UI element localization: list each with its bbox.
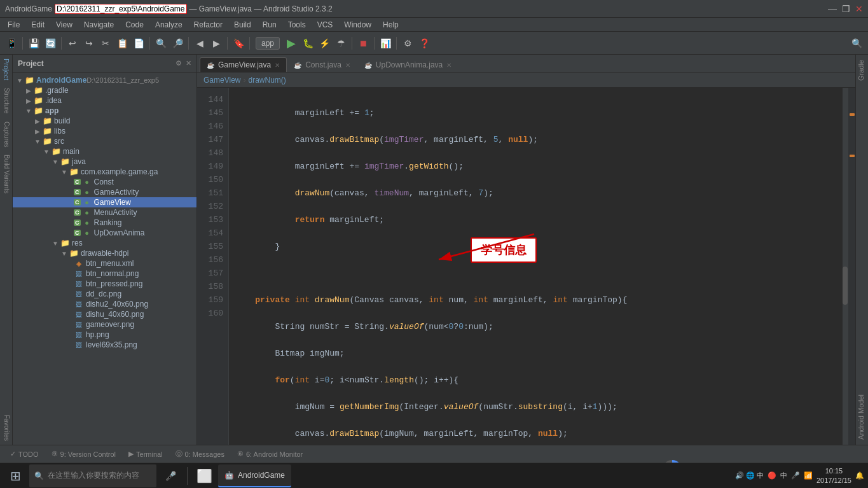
taskview-btn[interactable]: ⬜ [193,464,216,487]
tree-item-menuactivity[interactable]: C ● MenuActivity [13,207,196,218]
bottom-tab-todo[interactable]: ✓ TODO [5,449,44,459]
tree-item-const[interactable]: C ● Const [13,177,196,187]
stop-button[interactable]: ⏹ [355,36,371,51]
tb-forward[interactable]: ▶ [209,36,224,51]
tb-redo[interactable]: ↪ [81,36,97,51]
menu-item-view[interactable]: View [51,19,78,31]
left-tab-project[interactable]: Project [0,55,12,84]
menu-item-analyze[interactable]: Analyze [150,19,188,31]
breadcrumb-gameview[interactable]: GameView [203,76,240,85]
left-tab-favorites[interactable]: Favorites [0,411,12,445]
panel-settings[interactable]: ⚙ [176,59,182,67]
tb-sync[interactable]: 🔄 [43,36,58,51]
right-tab-gradle[interactable]: Gradle [856,55,868,86]
tb-replace[interactable]: 🔎 [170,36,185,51]
profile-button[interactable]: ⚡ [317,36,332,51]
tree-item-app[interactable]: ▼ 📁 app [13,106,196,116]
menu-item-vcs[interactable]: VCS [312,19,338,31]
tree-root-androidgame[interactable]: ▼ 📁 AndroidGame D:\20162311_zzr_exp5 [13,75,196,85]
menu-item-code[interactable]: Code [120,19,149,31]
tab-close-btn[interactable]: ✕ [275,62,280,69]
tab-close-btn[interactable]: ✕ [446,62,451,69]
tab-gameview[interactable]: ☕ GameView.java ✕ [200,57,287,72]
clock: 10:15 2017/12/15 [816,466,851,485]
tree-item-build[interactable]: ▶ 📁 build [13,116,196,126]
tree-item-main[interactable]: ▼ 📁 main [13,146,196,157]
tree-item-dishu2[interactable]: 🖼 dishu2_40x60.png [13,299,196,309]
scrollbar-thumb[interactable] [843,267,848,305]
tree-item-updownanima[interactable]: C ● UpDownAnima [13,228,196,238]
tree-item-package[interactable]: ▼ 📁 com.example.game.ga [13,167,196,177]
tree-item-dishu[interactable]: 🖼 dishu_40x60.png [13,309,196,319]
tree-item-btn-pressed[interactable]: 🖼 btn_pressed.png [13,279,196,289]
tb-paste[interactable]: 📄 [131,36,146,51]
bottom-tab-terminal[interactable]: ▶ Terminal [123,449,168,459]
tb-android-icon[interactable]: 📱 [4,36,19,51]
left-tab-build-variants[interactable]: Build Variants [0,151,12,197]
left-tab-structure[interactable]: Structure [0,84,12,118]
run-button[interactable]: ▶ [284,36,299,51]
tb-undo[interactable]: ↩ [65,36,80,51]
tree-item-gradle[interactable]: ▶ 📁 .gradle [13,85,196,95]
debug-button[interactable]: 🐛 [300,36,315,51]
tb-cut[interactable]: ✂ [98,36,113,51]
tab-updownanima[interactable]: ☕ UpDownAnima.java ✕ [357,57,458,72]
menu-item-refactor[interactable]: Refactor [189,19,228,31]
tb-search[interactable]: 🔍 [153,36,169,51]
code-editor[interactable]: 144 145 146 147 148 149 150 151 152 153 … [197,88,855,445]
maximize-button[interactable]: ❐ [842,4,850,14]
vcs-button[interactable]: 📊 [378,36,393,51]
tree-item-res[interactable]: ▼ 📁 res [13,238,196,248]
panel-close[interactable]: ✕ [186,59,191,67]
tree-item-dd-dc[interactable]: 🖼 dd_dc.png [13,289,196,299]
editor-scrollbar[interactable] [843,88,848,445]
tree-item-btn-menu-xml[interactable]: ◈ btn_menu.xml [13,258,196,268]
tree-item-src[interactable]: ▼ 📁 src [13,136,196,146]
menu-item-build[interactable]: Build [229,19,256,31]
tb-copy[interactable]: 📋 [114,36,130,51]
tb-save[interactable]: 💾 [26,36,41,51]
tree-item-idea[interactable]: ▶ 📁 .idea [13,95,196,106]
tb-back[interactable]: ◀ [192,36,207,51]
tree-item-gameview[interactable]: C ● GameView [13,197,196,207]
menu-item-edit[interactable]: Edit [26,19,50,31]
menu-item-help[interactable]: Help [378,19,404,31]
tree-item-drawable-hdpi[interactable]: ▼ 📁 drawable-hdpi [13,248,196,258]
taskbar-androidstudio[interactable]: 🤖 AndroidGame [218,464,291,487]
voice-search-btn[interactable]: 🎤 [159,464,182,487]
close-button[interactable]: ✕ [855,4,863,14]
search-bar-container[interactable]: 🔍 在这里输入你要搜索的内容 [29,464,156,487]
tree-item-hp[interactable]: 🖼 hp.png [13,330,196,340]
menu-item-navigate[interactable]: Navigate [79,19,119,31]
tree-item-gameover[interactable]: 🖼 gameover.png [13,319,196,330]
tab-close-btn[interactable]: ✕ [345,62,350,69]
menu-item-file[interactable]: File [3,19,25,31]
windows-start-btn[interactable]: ⊞ [4,464,27,487]
minimize-button[interactable]: — [828,4,837,14]
bottom-tab-version-control[interactable]: ⑨ 9: Version Control [46,449,121,459]
help-button[interactable]: ❓ [417,36,432,51]
coverage-button[interactable]: ☂ [333,36,348,51]
tree-item-java[interactable]: ▼ 📁 java [13,157,196,167]
search-everywhere[interactable]: 🔍 [849,36,864,51]
menu-item-window[interactable]: Window [339,19,376,31]
settings-button[interactable]: ⚙ [400,36,415,51]
left-tab-captures[interactable]: Captures [0,118,12,151]
tree-item-btn-normal[interactable]: 🖼 btn_normal.png [13,268,196,279]
tree-item-libs[interactable]: ▶ 📁 libs [13,126,196,136]
menu-item-tools[interactable]: Tools [283,19,311,31]
tab-const[interactable]: ☕ Const.java ✕ [287,57,357,72]
path-highlight: D:\20162311_zzr_exp5\AndroidGame [55,4,186,14]
app-selector[interactable]: app [256,37,280,50]
tree-item-ranking[interactable]: C ● Ranking [13,218,196,228]
tree-item-gameactivity[interactable]: C ● GameActivity [13,187,196,197]
breadcrumb-drawnum[interactable]: drawNum() [248,76,286,85]
right-tab-android-model[interactable]: Android Model [856,389,868,445]
bottom-tab-messages[interactable]: ⓪ 0: Messages [170,448,230,460]
tb-bookmark[interactable]: 🔖 [231,36,246,51]
tree-item-level[interactable]: 🖼 level69x35.png [13,340,196,350]
code-content[interactable]: marginLeft += 1; canvas.drawBitmap(imgTi… [229,88,848,445]
bottom-tab-android-monitor[interactable]: ⑥ 6: Android Monitor [232,449,308,459]
notification-icon[interactable]: 🔔 [855,471,864,480]
menu-item-run[interactable]: Run [258,19,282,31]
